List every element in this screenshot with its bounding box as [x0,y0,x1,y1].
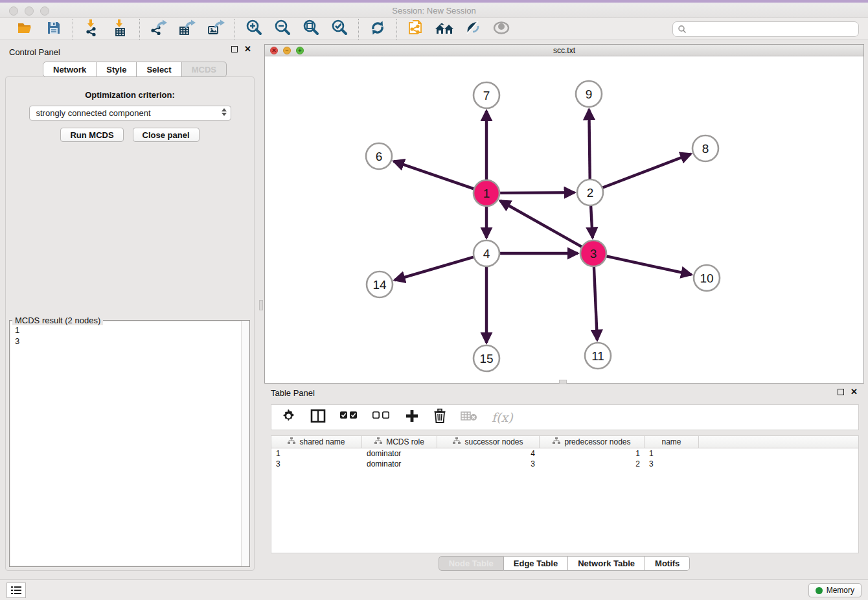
edge-2-3[interactable] [591,203,593,238]
cell-successor-nodes[interactable]: 3 [437,459,540,468]
cell-name[interactable]: 1 [645,449,699,458]
memory-button[interactable]: Memory [808,583,862,597]
result-scrollbar[interactable] [241,321,249,566]
vertical-split-handle[interactable] [259,300,263,310]
search-input[interactable] [687,25,858,34]
cell-MCDS-role[interactable]: dominator [362,449,437,458]
table-row[interactable]: 3dominator323 [271,459,858,469]
column-layout-button[interactable] [310,408,326,426]
status-bar: Memory [0,579,868,600]
cell-MCDS-role[interactable]: dominator [362,459,437,468]
cell-shared-name[interactable]: 3 [271,459,362,468]
column-header-MCDS-role[interactable]: MCDS role [362,436,437,448]
edge-1-2[interactable] [497,192,575,193]
close-panel-button[interactable]: Close panel [133,128,200,142]
column-layout-icon [310,408,326,426]
zoom-out-icon [273,19,291,40]
graph-node-15[interactable]: 15 [474,345,499,371]
float-panel-icon[interactable] [231,46,238,52]
deselect-all-button[interactable] [372,408,391,426]
eye-button[interactable] [492,20,511,38]
graph-node-2[interactable]: 2 [577,179,603,205]
graph-node-4[interactable]: 4 [474,240,499,266]
tree-icon [288,437,295,446]
refresh-button[interactable] [368,20,387,38]
zoom-out-button[interactable] [273,20,292,38]
export-table-button[interactable] [177,20,197,38]
column-header-shared-name[interactable]: shared name [271,436,362,448]
export-image-icon [207,19,225,40]
float-table-panel-icon[interactable] [838,389,844,395]
tab-edge-table[interactable]: Edge Table [504,556,568,571]
gear-button[interactable] [282,408,296,426]
export-network-button[interactable] [149,20,168,38]
node-label: 8 [702,142,709,156]
style-paint-button[interactable] [463,20,483,38]
home-button[interactable] [435,20,454,38]
tab-select[interactable]: Select [137,62,181,77]
tab-motifs[interactable]: Motifs [645,556,690,571]
column-header-predecessor-nodes[interactable]: predecessor nodes [540,436,645,448]
edge-1-6[interactable] [394,161,477,190]
graph-node-14[interactable]: 14 [367,271,393,297]
zoom-fit-button[interactable] [301,20,321,38]
open-session-button[interactable] [16,20,35,38]
column-header-name[interactable]: name [645,436,699,448]
network-window-titlebar[interactable]: ✕ − + scc.txt [265,45,863,56]
run-mcds-button[interactable]: Run MCDS [60,128,123,142]
graph-node-7[interactable]: 7 [474,82,499,108]
zoom-in-button[interactable] [244,20,264,38]
save-session-button[interactable] [44,20,63,38]
close-panel-icon[interactable]: ✕ [244,46,251,52]
criterion-dropdown[interactable]: strongly connected component [29,106,231,121]
cell-successor-nodes[interactable]: 4 [437,449,540,458]
search-field[interactable] [672,21,859,37]
network-window-title: scc.txt [265,46,863,55]
copy-network-button[interactable] [406,20,426,38]
network-canvas[interactable]: 7 9 6 8 1 2 4 3 14 10 15 11 [265,56,863,383]
import-table-button[interactable] [111,20,130,38]
export-image-button[interactable] [206,20,225,38]
export-table-icon [178,19,196,40]
edge-3-10[interactable] [604,255,692,275]
horizontal-split-handle[interactable] [559,380,567,384]
column-header-successor-nodes[interactable]: successor nodes [437,436,540,448]
edge-4-14[interactable] [394,256,477,280]
tab-mcds[interactable]: MCDS [182,62,227,77]
select-all-icon [340,411,358,423]
graph-node-8[interactable]: 8 [692,135,718,161]
cell-name[interactable]: 3 [645,459,699,468]
graph-node-6[interactable]: 6 [366,143,392,169]
cell-shared-name[interactable]: 1 [271,449,362,458]
close-table-panel-icon[interactable]: ✕ [851,389,858,395]
zoom-selected-button[interactable] [330,20,349,38]
edge-3-1[interactable] [500,201,584,248]
mcds-result-text[interactable]: 1 3 [10,321,249,566]
table-panel: Table Panel ✕ f(x) shared nameMCDS roles… [264,386,864,575]
open-session-icon [16,19,34,40]
edge-2-9[interactable] [589,110,589,182]
tab-node-table[interactable]: Node Table [439,556,504,571]
graph-node-9[interactable]: 9 [576,81,602,107]
node-table[interactable]: shared nameMCDS rolesuccessor nodesprede… [271,435,859,553]
edge-3-11[interactable] [594,264,597,340]
select-all-button[interactable] [340,408,358,426]
tab-style[interactable]: Style [97,62,137,77]
function-builder-icon: f(x) [492,410,513,424]
cell-predecessor-nodes[interactable]: 1 [540,449,645,458]
task-history-button[interactable] [6,583,26,598]
graph-node-10[interactable]: 10 [694,265,720,291]
add-button[interactable] [405,408,419,426]
cell-predecessor-nodes[interactable]: 2 [540,459,645,468]
node-label: 1 [483,187,490,200]
import-network-button[interactable] [82,20,102,38]
graph-node-1[interactable]: 1 [474,180,499,206]
gear-icon [282,409,296,426]
table-row[interactable]: 1dominator411 [271,448,858,459]
tab-network-table[interactable]: Network Table [568,556,645,571]
edge-2-8[interactable] [600,154,691,189]
graph-node-11[interactable]: 11 [585,343,611,369]
delete-button[interactable] [433,408,446,426]
graph-node-3[interactable]: 3 [580,240,606,266]
tab-network[interactable]: Network [43,62,97,77]
